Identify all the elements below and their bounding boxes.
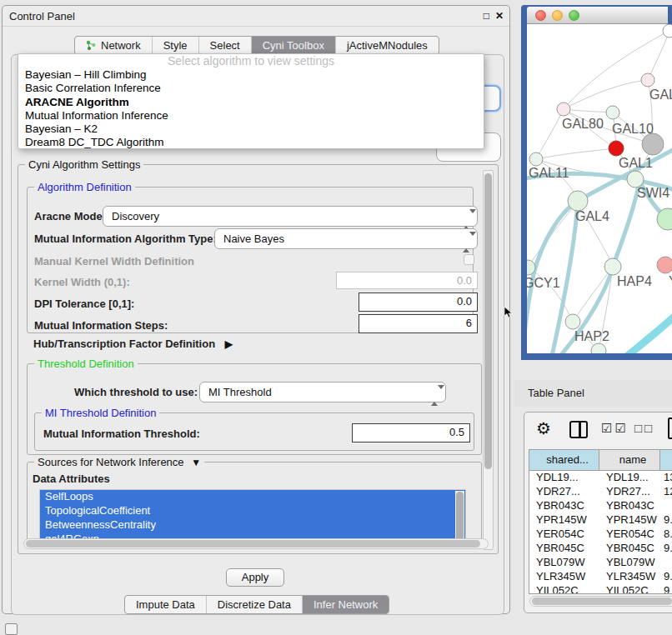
algorithm-option-selected[interactable]: ARACNE Algorithm — [18, 96, 484, 109]
table-horizontal-scrollbar[interactable] — [529, 596, 672, 607]
thick-cyan-edge — [625, 314, 672, 353]
tab-select[interactable]: Select — [198, 37, 251, 54]
table-row[interactable]: YIL052C YIL052C 9 — [529, 584, 672, 593]
algorithm-dropdown-popup: Select algorithm to view settings Bayesi… — [18, 53, 484, 149]
zoom-window-icon[interactable] — [569, 10, 579, 21]
hide-columns-icon[interactable]: □□ — [634, 421, 654, 435]
node-partial[interactable] — [663, 24, 672, 38]
attributes-scroll-thumb[interactable] — [456, 492, 464, 542]
node-label: GAL — [649, 88, 672, 102]
manual-kernel-checkbox[interactable] — [464, 254, 474, 265]
table-row[interactable]: YBR043C YBR043C — [529, 499, 672, 513]
threshold-definition-title: Threshold Definition — [34, 358, 138, 370]
node-gal4[interactable] — [568, 191, 588, 211]
apply-button[interactable]: Apply — [226, 568, 284, 587]
table-row[interactable]: YPR145W YPR145W 9. — [529, 513, 672, 528]
show-checked-columns-icon[interactable]: ☑☑ — [601, 421, 629, 436]
mi-type-combo[interactable]: Naive Bayes — [214, 228, 478, 249]
columns-icon[interactable] — [569, 421, 588, 438]
tab-jactivemnodules[interactable]: jActiveMNodules — [335, 37, 439, 54]
mi-steps-label: Mutual Information Steps: — [34, 319, 168, 332]
attribute-item[interactable]: SelfLoops — [40, 490, 465, 504]
table-row[interactable]: YDR27... YDR27... 12 — [529, 485, 672, 499]
attributes-scrollbar[interactable] — [455, 491, 464, 544]
desktop: Control Panel □ ✕ Network Style Select — [0, 0, 672, 635]
tab-infer-network[interactable]: Infer Network — [302, 596, 389, 613]
network-canvas[interactable]: GAL GAL80 GAL10 GAL1 GAL11 SWI4 GAL4 GCY… — [527, 24, 672, 353]
node-gal10[interactable] — [606, 106, 619, 119]
network-window-titlebar[interactable] — [527, 7, 668, 24]
table-row[interactable]: YBL079W YBL079W — [529, 556, 672, 570]
table-row[interactable]: YLR345W YLR345W 9. — [529, 570, 672, 584]
which-threshold-combo[interactable]: MI Threshold — [199, 382, 446, 402]
sources-group-title: Sources for Network Inference ▼ — [34, 456, 204, 468]
node-gal[interactable] — [641, 73, 654, 87]
algorithm-option[interactable]: Basic Correlation Inference — [18, 82, 484, 95]
hub-definition-expander[interactable]: Hub/Transcription Factor Definition ▶ — [33, 338, 233, 350]
close-window-icon[interactable] — [535, 10, 546, 21]
node-gal11[interactable] — [529, 152, 543, 166]
table-row[interactable]: YER054C YER054C 8. — [529, 528, 672, 542]
node-gal80[interactable] — [557, 102, 570, 116]
cell: YBR045C — [529, 542, 599, 556]
aracne-mode-combo[interactable]: Discovery — [103, 206, 478, 227]
node-hap2[interactable] — [565, 314, 580, 329]
column-header-shared-name[interactable]: shared... — [529, 450, 599, 470]
cell: YBR043C — [599, 499, 660, 513]
column-header-partial[interactable] — [660, 450, 672, 470]
node-table: shared... name YDL19... YDL19... 13 YDR2… — [529, 449, 672, 594]
control-panel-titlebar[interactable]: Control Panel □ ✕ — [3, 6, 509, 27]
minimized-panel-icon[interactable] — [5, 623, 18, 635]
node-swi4[interactable] — [627, 171, 644, 188]
node-salmon[interactable] — [657, 257, 672, 273]
table-row[interactable]: YDL19... YDL19... 13 — [529, 471, 672, 485]
table-row[interactable]: YBR045C YBR045C 9. — [529, 542, 672, 556]
combo-spinner-icon — [463, 232, 470, 246]
table-body[interactable]: YDL19... YDL19... 13 YDR27... YDR27... 1… — [529, 471, 672, 593]
dpi-tolerance-label: DPI Tolerance [0,1]: — [34, 298, 134, 310]
dpi-tolerance-field[interactable]: 0.0 — [359, 292, 478, 312]
cell: 9 — [660, 584, 672, 593]
mi-type-value: Naive Bayes — [223, 232, 284, 245]
node-gal1[interactable] — [609, 141, 624, 156]
tab-impute-data[interactable]: Impute Data — [125, 596, 206, 613]
cyni-algorithm-settings-group: Cyni Algorithm Settings Algorithm Defini… — [18, 164, 499, 554]
expand-right-icon[interactable]: ▶ — [225, 338, 233, 350]
settings-hscroll-thumb[interactable] — [26, 540, 480, 548]
combo-spinner-icon — [431, 386, 439, 399]
expand-down-icon[interactable]: ▼ — [191, 457, 201, 468]
minimize-window-icon[interactable] — [552, 10, 563, 21]
network-view-window: GAL GAL80 GAL10 GAL1 GAL11 SWI4 GAL4 GCY… — [521, 5, 672, 360]
close-panel-icon[interactable]: ✕ — [495, 10, 504, 22]
settings-vscroll-thumb[interactable] — [484, 173, 492, 469]
control-panel-title: Control Panel — [9, 10, 75, 22]
algorithm-option[interactable]: Mutual Information Inference — [18, 109, 484, 122]
algorithm-option[interactable]: Dream8 DC_TDC Algorithm — [18, 136, 484, 149]
cell: YLR345W — [599, 570, 660, 584]
tab-style[interactable]: Style — [152, 37, 198, 54]
mi-threshold-group: MI Threshold Definition Mutual Informati… — [34, 412, 474, 451]
which-threshold-value: MI Threshold — [208, 386, 272, 398]
settings-horizontal-scrollbar[interactable] — [23, 538, 489, 549]
network-icon — [86, 40, 97, 51]
kernel-width-field[interactable]: 0.0 — [336, 272, 478, 289]
attribute-item[interactable]: BetweennessCentrality — [40, 518, 465, 532]
column-header-name[interactable]: name — [599, 450, 660, 470]
gear-icon[interactable]: ⚙ — [536, 419, 551, 438]
float-window-icon[interactable]: □ — [484, 10, 489, 22]
mi-steps-field[interactable]: 6 — [359, 314, 478, 333]
settings-vertical-scrollbar[interactable] — [483, 170, 494, 550]
attribute-item[interactable]: TopologicalCoefficient — [40, 504, 465, 518]
tab-network[interactable]: Network — [75, 37, 152, 54]
table-hscroll-thumb[interactable] — [532, 598, 672, 605]
node-gray[interactable] — [642, 133, 664, 155]
node-label: GCY1 — [527, 276, 560, 290]
tab-cyni-toolbox[interactable]: Cyni Toolbox — [251, 37, 335, 54]
algorithm-option[interactable]: Bayesian – Hill Climbing — [18, 68, 484, 82]
mi-threshold-field[interactable]: 0.5 — [352, 423, 470, 442]
node-hap4[interactable] — [604, 258, 621, 275]
node-label: GAL80 — [562, 117, 604, 131]
algorithm-option[interactable]: Bayesian – K2 — [18, 122, 484, 136]
export-table-icon[interactable] — [668, 418, 672, 439]
tab-discretize-data[interactable]: Discretize Data — [206, 596, 302, 613]
